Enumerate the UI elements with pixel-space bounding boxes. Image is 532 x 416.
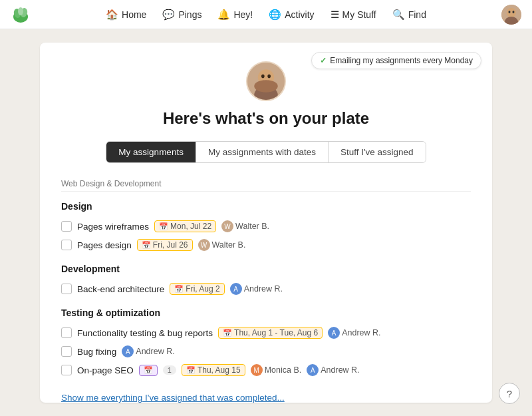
nav-mystuff[interactable]: ☰ My Stuff <box>324 5 383 25</box>
nav-pings[interactable]: 💬 Pings <box>156 5 208 25</box>
task-name: Pages wireframes <box>77 222 149 232</box>
help-button[interactable]: ? <box>499 383 520 404</box>
svg-point-3 <box>18 7 23 15</box>
home-icon: 🏠 <box>106 9 118 21</box>
avatar-circle <box>246 61 286 101</box>
assignments-card: ✓ Emailing my assignments every Monday H… <box>40 43 492 403</box>
logo[interactable] <box>11 5 31 25</box>
svg-point-13 <box>267 75 271 79</box>
avatar-tiny: A <box>122 345 134 357</box>
activity-icon: 🌐 <box>269 9 281 21</box>
assignee: A Andrew R. <box>328 327 380 339</box>
email-badge[interactable]: ✓ Emailing my assignments every Monday <box>311 52 481 69</box>
user-avatar-nav[interactable] <box>501 5 521 25</box>
tab-my-assignments-dates[interactable]: My assignments with dates <box>196 142 329 162</box>
assignee: A Andrew R. <box>230 283 283 295</box>
nav-hey[interactable]: 🔔 Hey! <box>211 5 259 25</box>
section-label: Web Design & Development <box>61 179 471 192</box>
nav-mystuff-label: My Stuff <box>342 9 376 20</box>
date-badge: 📅 Thu, Aug 1 - Tue, Aug 6 <box>218 327 323 339</box>
date-badge: 📅 Fri, Jul 26 <box>137 239 193 251</box>
nav-pings-label: Pings <box>178 9 201 20</box>
nav-items: 🏠 Home 💬 Pings 🔔 Hey! 🌐 Activity ☰ My St… <box>99 5 433 25</box>
tabs: My assignments My assignments with dates… <box>106 141 426 163</box>
avatar-tiny: A <box>307 364 319 376</box>
check-icon: ✓ <box>320 56 327 65</box>
svg-point-5 <box>507 8 516 17</box>
calendar-icon: 📅 <box>223 329 232 337</box>
task-name: Back-end architecture <box>77 284 164 294</box>
top-navigation: 🏠 Home 💬 Pings 🔔 Hey! 🌐 Activity ☰ My St… <box>0 0 532 29</box>
nav-find[interactable]: 🔍 Find <box>386 5 433 25</box>
nav-activity-label: Activity <box>285 9 314 20</box>
assignee: A Andrew R. <box>122 345 174 357</box>
pings-icon: 💬 <box>162 9 175 21</box>
table-row: Pages wireframes 📅 Mon, Jul 22 W Walter … <box>61 217 471 236</box>
nav-hey-label: Hey! <box>233 9 253 20</box>
nav-activity[interactable]: 🌐 Activity <box>262 5 321 25</box>
hey-icon: 🔔 <box>217 9 230 21</box>
date-badge: 📅 Mon, Jul 22 <box>154 220 216 232</box>
avatar-tiny: A <box>328 327 340 339</box>
task-name: Pages design <box>77 240 132 250</box>
task-checkbox[interactable] <box>61 240 72 250</box>
avatar-tiny: W <box>221 220 233 232</box>
mystuff-icon: ☰ <box>331 9 339 21</box>
assignee: M Monica B. <box>251 364 302 376</box>
nav-home[interactable]: 🏠 Home <box>99 5 153 25</box>
svg-point-14 <box>254 80 277 93</box>
tab-my-assignments[interactable]: My assignments <box>106 142 196 162</box>
group-development-title: Development <box>61 264 471 274</box>
tab-stuff-assigned[interactable]: Stuff I've assigned <box>329 142 426 162</box>
show-more-link[interactable]: Show me everything I've assigned that wa… <box>61 393 471 403</box>
calendar-icon: 📅 <box>144 366 153 375</box>
email-badge-text: Emailing my assignments every Monday <box>330 56 473 65</box>
calendar-icon: 📅 <box>159 222 168 231</box>
avatar-tiny: A <box>230 283 242 295</box>
nav-home-label: Home <box>122 9 146 20</box>
group-design-title: Design <box>61 201 471 212</box>
table-row: Functionality testing & bug reports 📅 Th… <box>61 323 471 342</box>
task-name: Functionality testing & bug reports <box>77 328 213 338</box>
help-label: ? <box>507 388 512 399</box>
page-title: Here's what's on your plate <box>61 109 471 128</box>
table-row: Back-end architecture 📅 Fri, Aug 2 A And… <box>61 280 471 298</box>
table-row: Pages design 📅 Fri, Jul 26 W Walter B. <box>61 236 471 254</box>
svg-point-12 <box>261 75 265 79</box>
find-icon: 🔍 <box>392 9 405 21</box>
table-row: Bug fixing A Andrew R. <box>61 342 471 361</box>
task-name: Bug fixing <box>77 347 116 357</box>
task-checkbox[interactable] <box>61 284 72 294</box>
assignee: W Walter B. <box>221 220 269 232</box>
date-badge: 📅 Fri, Aug 2 <box>170 283 224 295</box>
date-badge-purple: 📅 <box>139 365 158 376</box>
task-name: On-page SEO <box>77 365 134 375</box>
assignee: A Andrew R. <box>307 364 359 376</box>
date-badge: 📅 Thu, Aug 15 <box>182 364 245 376</box>
assignee: W Walter B. <box>198 239 246 251</box>
avatar-tiny: M <box>251 364 263 376</box>
task-checkbox[interactable] <box>61 327 72 338</box>
calendar-icon: 📅 <box>174 285 184 294</box>
table-row: On-page SEO 📅 1 📅 Thu, Aug 15 M Monica B… <box>61 361 471 379</box>
svg-point-7 <box>509 11 511 13</box>
nav-find-label: Find <box>408 9 426 20</box>
avatar-tiny: W <box>198 239 210 251</box>
calendar-icon: 📅 <box>186 366 196 375</box>
task-checkbox[interactable] <box>61 346 72 357</box>
task-checkbox[interactable] <box>61 221 72 232</box>
count-badge: 1 <box>163 365 176 375</box>
svg-point-8 <box>513 11 515 13</box>
calendar-icon: 📅 <box>142 241 151 250</box>
task-checkbox[interactable] <box>61 365 72 375</box>
group-testing-title: Testing & optimization <box>61 308 471 318</box>
main-content: ✓ Emailing my assignments every Monday H… <box>0 29 532 416</box>
